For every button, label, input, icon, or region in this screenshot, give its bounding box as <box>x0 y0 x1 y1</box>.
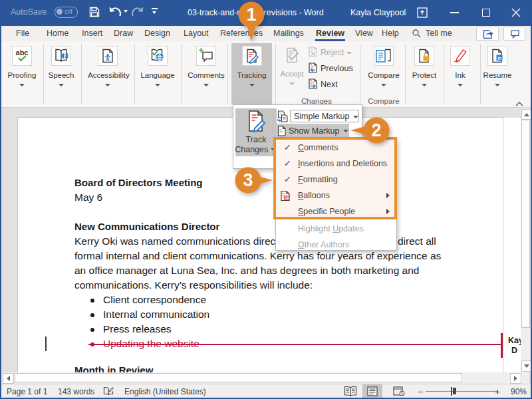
svg-text:abc: abc <box>16 49 29 57</box>
svg-text:1: 1 <box>246 5 256 25</box>
svg-text:3: 3 <box>243 170 253 190</box>
svg-text:in: in <box>497 56 501 61</box>
svg-text:2: 2 <box>371 120 381 140</box>
